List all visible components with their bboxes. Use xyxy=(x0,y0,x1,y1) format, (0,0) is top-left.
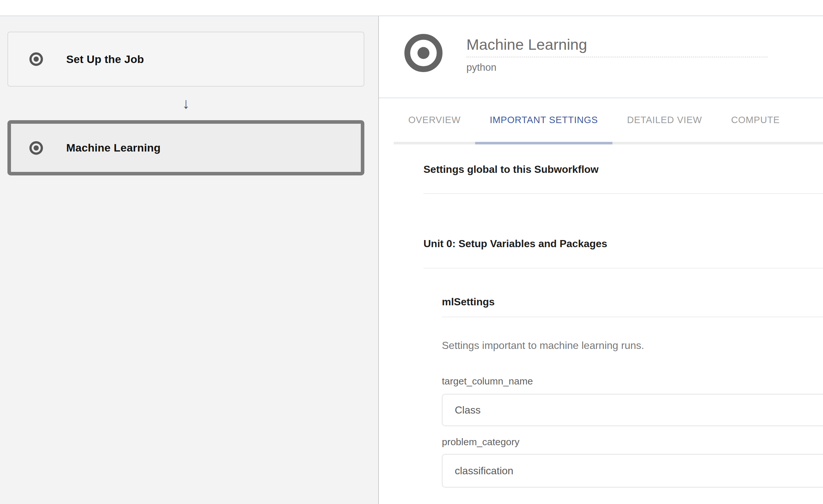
workflow-steps-panel: Set Up the Job ↓ Machine Learning xyxy=(0,16,379,504)
step-detail-panel: Machine Learning python OVERVIEW IMPORTA… xyxy=(379,16,823,504)
unit-heading: Unit 0: Setup Variables and Packages xyxy=(424,237,823,250)
tab-detailed-view[interactable]: DETAILED VIEW xyxy=(612,98,716,142)
subsection-description: Settings important to machine learning r… xyxy=(442,339,823,351)
tab-compute[interactable]: COMPUTE xyxy=(716,98,794,142)
flow-arrow-icon: ↓ xyxy=(7,87,364,120)
field-label-target-column-name: target_column_name xyxy=(442,375,823,387)
problem-category-input[interactable] xyxy=(442,454,823,488)
workflow-step-card-setup[interactable]: Set Up the Job xyxy=(7,32,364,87)
detail-header: Machine Learning python xyxy=(466,36,768,73)
step-label: Set Up the Job xyxy=(66,53,144,65)
radio-icon xyxy=(29,141,43,155)
top-bar xyxy=(0,0,823,16)
target-column-name-input[interactable] xyxy=(442,394,823,426)
mlsettings-subsection: mlSettings Settings important to machine… xyxy=(442,296,823,488)
subsection-title: mlSettings xyxy=(442,296,823,308)
main-area: Set Up the Job ↓ Machine Learning Machin… xyxy=(0,16,823,504)
tab-bar: OVERVIEW IMPORTANT SETTINGS DETAILED VIE… xyxy=(394,98,823,144)
settings-content: Settings global to this Subworkflow Unit… xyxy=(424,144,823,504)
section-divider xyxy=(424,193,823,194)
step-label: Machine Learning xyxy=(66,142,161,154)
global-settings-heading: Settings global to this Subworkflow xyxy=(424,163,823,175)
tab-overview[interactable]: OVERVIEW xyxy=(394,98,475,142)
field-label-problem-category: problem_category xyxy=(442,436,823,448)
section-divider xyxy=(424,268,823,269)
radio-icon xyxy=(29,52,43,66)
page-subtitle: python xyxy=(466,62,768,73)
subsection-divider xyxy=(442,317,823,317)
title-divider xyxy=(466,56,768,57)
tab-important-settings[interactable]: IMPORTANT SETTINGS xyxy=(475,98,612,144)
workflow-step-card-machine-learning[interactable]: Machine Learning xyxy=(7,120,364,175)
page-title: Machine Learning xyxy=(466,36,768,53)
subworkflow-icon xyxy=(404,34,443,72)
